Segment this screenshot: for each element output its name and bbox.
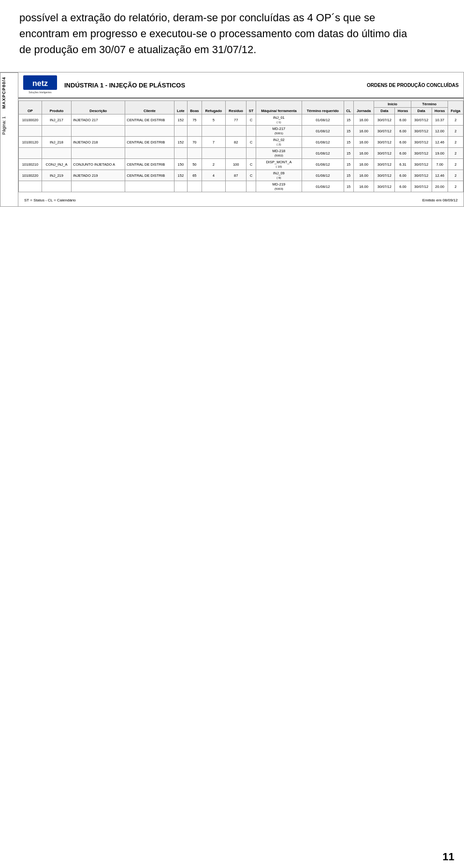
report-container: MAXPCP80/4 Página: 1 netz Soluções Intel… <box>0 72 464 207</box>
col-op: OP <box>19 101 42 114</box>
col-refugado: Refugado <box>202 101 225 114</box>
col-inicio-data: Data <box>374 108 395 114</box>
col-inicio-group: Início <box>374 101 411 108</box>
col-st: ST <box>246 101 256 114</box>
bottom-section: ST = Status - CL = Calendário Emitido em… <box>18 194 464 206</box>
col-maquina: Máquina/ ferramenta <box>256 101 302 114</box>
intro-paragraph: possível a extração do relatório, deram-… <box>0 0 435 72</box>
table-row: MD-217(5001)01/08/121516.0030/07/126.003… <box>19 126 464 137</box>
left-sidebar: MAXPCP80/4 Página: 1 <box>0 72 18 207</box>
page-number: 11 <box>443 851 454 863</box>
table-wrapper: OP Produto Descrição Cliente Lote Boas R… <box>18 99 464 194</box>
pagina-label: Página: 1 <box>0 113 18 139</box>
table-row: 10100020INJ_217INJETADO 217CENTRAL DE DI… <box>19 114 464 126</box>
netz-logo-svg: netz Soluções Inteligentes <box>23 75 57 95</box>
legend-text: ST = Status - CL = Calendário <box>24 198 76 202</box>
company-logo: netz Soluções Inteligentes <box>23 75 57 95</box>
emitido-text: Emitido em 08/09/12 <box>422 198 458 202</box>
main-content: netz Soluções Inteligentes INDÚSTRIA 1 -… <box>18 72 464 207</box>
col-boas: Boas <box>187 101 202 114</box>
svg-text:netz: netz <box>32 79 48 87</box>
col-jornada: Jornada <box>353 101 374 114</box>
table-row: MD-218(5002)01/08/121516.0030/07/126.003… <box>19 148 464 159</box>
col-lote: Lote <box>174 101 187 114</box>
report-subtitle: ORDENS DE PRODUÇÃO CONCLUÍDAS <box>367 83 459 88</box>
company-header: netz Soluções Inteligentes INDÚSTRIA 1 -… <box>18 72 464 99</box>
col-residuo: Resíduo <box>226 101 246 114</box>
table-row: MD-219(5003)01/08/121516.0030/07/126.003… <box>19 181 464 192</box>
table-row: 10100120INJ_218INJETADO 218CENTRAL DE DI… <box>19 137 464 148</box>
col-descricao: Descrição <box>72 101 125 114</box>
col-termino-group: Término <box>411 101 448 108</box>
table-row: 10100220INJ_219INJETADO 219CENTRAL DE DI… <box>19 170 464 181</box>
table-row: 10100210CONJ_INJ_ACONJUNTO INJETADO ACEN… <box>19 159 464 170</box>
company-name: INDÚSTRIA 1 - INJEÇÃO DE PLÁSTICOS <box>64 82 367 89</box>
svg-text:Soluções Inteligentes: Soluções Inteligentes <box>29 91 52 94</box>
col-produto: Produto <box>42 101 72 114</box>
col-inicio-horas: Horas <box>395 108 411 114</box>
report-title-section: ORDENS DE PRODUÇÃO CONCLUÍDAS <box>367 83 459 88</box>
report-table: OP Produto Descrição Cliente Lote Boas R… <box>18 100 464 192</box>
col-cliente: Cliente <box>125 101 174 114</box>
col-cl: CL <box>344 101 353 114</box>
col-folga: Folga <box>448 101 463 114</box>
maxpcp-label: MAXPCP80/4 <box>0 72 18 113</box>
col-termino-data: Data <box>411 108 432 114</box>
col-termino-req: Término requerido <box>302 101 344 114</box>
col-termino-horas: Horas <box>432 108 448 114</box>
